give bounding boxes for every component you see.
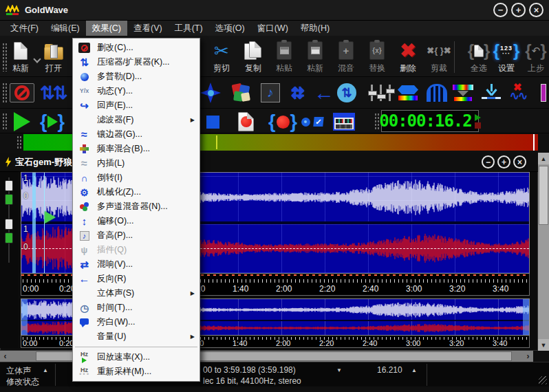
stop-button[interactable] [206, 111, 219, 132]
selection-start-edge[interactable] [32, 173, 36, 273]
noise-gate-effect-button[interactable] [427, 81, 447, 105]
effects-menu-item-6[interactable]: ≈镶边器(G)... [73, 127, 200, 142]
record-selection-button[interactable]: {} [268, 111, 297, 132]
toolbar-button-label: 剪裁 [431, 63, 447, 74]
left-channel-balance-fader[interactable] [5, 194, 13, 205]
compressor-expander-effect-button[interactable]: ⇅⇅ [40, 81, 66, 105]
trim-button[interactable]: ✖{ }✖剪裁 [424, 40, 454, 74]
copy-pages-icon [244, 41, 262, 61]
effects-menu-item-17[interactable]: 立体声(S)▶ [73, 286, 200, 301]
effects-menu-item-1[interactable]: ⇅压缩器/扩展器(K)... [73, 55, 200, 69]
sound-minimize-button[interactable]: − [482, 155, 495, 168]
scroll-right-icon[interactable]: › [523, 351, 533, 362]
maximize-button[interactable]: + [511, 3, 526, 17]
right-channel-balance-fader[interactable] [5, 232, 13, 243]
menubar-item-6[interactable]: 窗口(W) [251, 21, 294, 36]
selection-range-status[interactable]: 00 to 3:59.198 (3:59.198) [203, 365, 296, 375]
effects-menu-item-12[interactable]: ↕偏移(O)... [73, 214, 200, 228]
record-button[interactable] [238, 111, 254, 132]
effects-menu-item-15[interactable]: ⇄混响(V)... [73, 257, 200, 272]
time-drag-handle[interactable] [374, 113, 379, 129]
effects-toolbar-drag-handle[interactable] [2, 83, 7, 103]
menubar-item-2[interactable]: 效果(C) [86, 21, 127, 36]
noise-reduction-effect-button[interactable]: ✖∿∿ [506, 81, 530, 105]
vertical-scroll-thumb[interactable] [539, 166, 548, 225]
spectrum-filter-effect-button[interactable] [453, 81, 473, 105]
play-button[interactable] [14, 111, 30, 132]
effects-menu-item-22[interactable]: Hz∘∘∘重新采样(M)... [73, 364, 200, 379]
channel-mode-status[interactable]: 立体声 [6, 365, 31, 377]
channel-mode-spinner-icon[interactable]: ▲ [43, 367, 48, 373]
delete-button[interactable]: ✖删除 [393, 40, 423, 74]
paste-new-file-button[interactable]: 粘新 [6, 40, 36, 74]
close-button[interactable]: × [529, 3, 543, 17]
equalizer-effect-button[interactable] [367, 81, 394, 105]
effects-menu-item-3[interactable]: Y/x动态(Y)... [73, 84, 200, 98]
effects-menu-item-20[interactable]: 音量(U)▶ [73, 329, 200, 344]
right-channel-fader[interactable] [5, 219, 13, 230]
reverb-effect-button[interactable]: ⇄⇄ [286, 81, 310, 105]
effects-menu-item-0[interactable]: 删改(C)... [73, 41, 200, 55]
mechanize-effect-button[interactable] [200, 81, 221, 105]
filter-shape-effect-button[interactable] [398, 81, 418, 105]
menu-item-label: 混响(V)... [97, 259, 195, 270]
meter-drag-handle[interactable] [17, 135, 21, 149]
menu-item-label: 删改(C)... [97, 42, 195, 54]
menubar-item-4[interactable]: 工具(T) [169, 21, 209, 36]
undo-step-button[interactable]: {↶}上步 [521, 40, 549, 74]
play-selection-button[interactable]: {} [40, 111, 65, 132]
value-spinner-icon[interactable]: ▲ [411, 367, 417, 373]
effects-menu-item-2[interactable]: 多普勒(D)... [73, 69, 200, 84]
effects-menu-item-4[interactable]: ↪回声(E)... [73, 98, 200, 113]
plugin-edge-effect-button[interactable] [541, 81, 546, 105]
scroll-left-icon[interactable]: ‹ [0, 351, 10, 362]
status-value[interactable]: 16.210 [377, 365, 402, 375]
paste-button[interactable]: 粘贴 [269, 40, 299, 74]
minimize-button[interactable]: − [493, 3, 508, 17]
declick-effect-button[interactable] [482, 81, 501, 105]
mix-button[interactable]: +混音 [331, 40, 361, 74]
menubar-item-7[interactable]: 帮助(H) [294, 21, 336, 36]
settings-button[interactable]: {123···}设置 [491, 40, 521, 74]
effects-menu-item-14[interactable]: ψ插件(Q) [73, 243, 200, 257]
effects-menu-item-10[interactable]: ⚙机械化(Z)... [73, 185, 200, 199]
effects-menu-item-16[interactable]: ←反向(R) [73, 272, 200, 286]
effects-menu-item-18[interactable]: ◷时间(T)... [73, 301, 200, 315]
open-button[interactable]: 打开 [39, 40, 69, 74]
paste-new-button[interactable]: 粘新 [300, 40, 330, 74]
replace-button[interactable]: {x}替换 [362, 40, 392, 74]
effects-menu-item-19[interactable]: 旁白(W)... [73, 315, 200, 329]
monitor-button[interactable]: ✓ [301, 111, 323, 132]
scroll-down-icon[interactable]: ▼ [538, 339, 549, 351]
copy-button[interactable]: 复制 [238, 40, 268, 74]
effects-menu-item-9[interactable]: ∩倒转(I) [73, 171, 200, 185]
effects-menu-item-8[interactable]: ≈内插(L) [73, 156, 200, 171]
properties-button[interactable] [333, 111, 355, 132]
transport-drag-handle[interactable] [2, 113, 7, 129]
cut-button[interactable]: ✂剪切 [206, 40, 237, 74]
menubar-item-1[interactable]: 编辑(E) [45, 21, 86, 36]
resize-grip[interactable] [539, 376, 547, 384]
menubar-item-5[interactable]: 选项(O) [209, 21, 251, 36]
effects-menu-item-7[interactable]: 频率混合(B)... [73, 142, 200, 156]
effects-menu-item-13[interactable]: ♪音高(P)... [73, 228, 200, 243]
sound-maximize-button[interactable]: + [497, 155, 510, 168]
scroll-up-icon[interactable]: ▲ [538, 153, 549, 164]
menubar-item-3[interactable]: 查看(V) [127, 21, 169, 36]
offset-effect-button[interactable]: ⇅ [337, 81, 356, 105]
vertical-scrollbar[interactable]: ▲ ▼ [538, 153, 549, 351]
left-channel-fader[interactable] [5, 180, 13, 191]
selection-dropdown-icon[interactable]: ▼ [336, 367, 342, 373]
pitch-effect-button[interactable]: ♪ [261, 81, 280, 105]
effects-menu-item-5[interactable]: 滤波器(F)▶ [73, 113, 200, 127]
effects-menu-item-11[interactable]: 多声道混音器(N)... [73, 199, 200, 214]
echo-icon: ↪ [76, 100, 92, 111]
select-all-button[interactable]: {}全选 [464, 40, 494, 74]
effects-menu-item-21[interactable]: Hz回放速率(X)... [73, 350, 200, 364]
sound-close-button[interactable]: × [513, 155, 526, 168]
channel-mixer-effect-button[interactable] [231, 81, 252, 105]
reverse-effect-button[interactable]: ← [314, 81, 334, 105]
clipboard-icon [277, 41, 292, 60]
censor-effect-button[interactable] [10, 81, 34, 105]
menubar-item-0[interactable]: 文件(F) [4, 21, 45, 36]
